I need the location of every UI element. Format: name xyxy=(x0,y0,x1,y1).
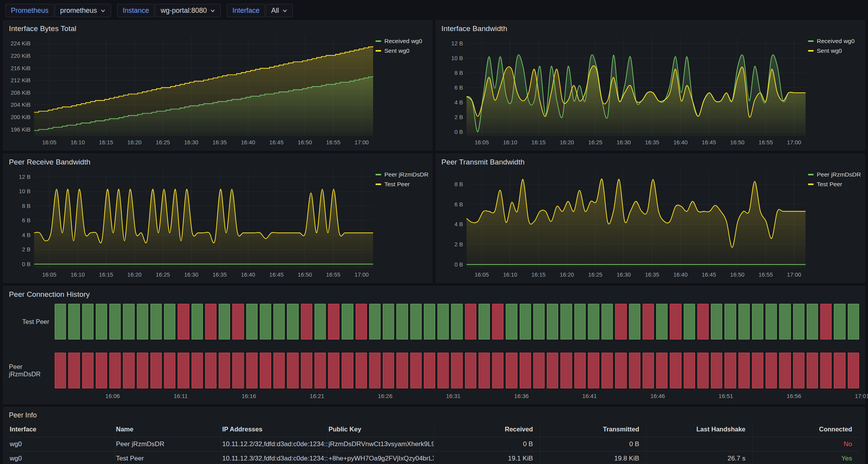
legend-item[interactable]: Received wg0 xyxy=(808,38,859,45)
svg-text:16:35: 16:35 xyxy=(645,139,659,145)
state-bar-connected xyxy=(506,304,517,339)
svg-text:2 B: 2 B xyxy=(455,241,463,248)
svg-text:16:30: 16:30 xyxy=(617,139,631,145)
panel-title[interactable]: Interface Bandwidth xyxy=(441,24,859,33)
variable-interface: Interface All xyxy=(227,4,293,17)
state-bar-connected xyxy=(752,304,763,339)
svg-text:16:45: 16:45 xyxy=(269,272,284,278)
panel-peer-info: Peer Info InterfaceNameIP AddressesPubli… xyxy=(3,407,865,464)
state-bar-connected xyxy=(738,304,750,339)
panel-title[interactable]: Peer Receive Bandwidth xyxy=(9,158,427,166)
column-header-transmitted[interactable]: Transmitted xyxy=(540,422,647,437)
state-bar-disconnected xyxy=(602,353,613,388)
state-bar-connected xyxy=(656,304,667,339)
table-cell: 19.1 KiB xyxy=(434,451,540,464)
svg-text:17:00: 17:00 xyxy=(354,139,369,145)
state-bar-disconnected xyxy=(574,353,586,388)
svg-text:8 B: 8 B xyxy=(455,181,463,187)
state-bar-connected xyxy=(451,304,462,339)
legend-item[interactable]: Peer jRzmDsDR xyxy=(375,171,427,178)
state-bar-connected xyxy=(287,304,298,339)
timeline-x-tick: 16:41 xyxy=(582,393,597,399)
svg-text:220 KiB: 220 KiB xyxy=(10,53,30,59)
svg-text:204 KiB: 204 KiB xyxy=(10,102,30,108)
legend-item[interactable]: Sent wg0 xyxy=(808,47,859,54)
state-bar-disconnected xyxy=(301,304,312,339)
svg-text:16:35: 16:35 xyxy=(213,139,227,145)
state-bar-disconnected xyxy=(848,353,859,388)
panel-title[interactable]: Interface Bytes Total xyxy=(9,24,427,33)
column-header-connected[interactable]: Connected xyxy=(753,422,859,437)
state-bar-disconnected xyxy=(396,353,408,388)
column-header-interface[interactable]: Interface xyxy=(9,422,115,437)
state-bar-disconnected xyxy=(643,353,654,388)
state-bar-disconnected xyxy=(834,353,845,388)
svg-text:16:25: 16:25 xyxy=(588,272,603,278)
state-bar-connected xyxy=(369,304,380,339)
legend-item[interactable]: Test Peer xyxy=(375,181,427,188)
state-bar-disconnected xyxy=(588,353,599,388)
panel-title[interactable]: Peer Transmit Bandwidth xyxy=(441,158,859,166)
legend-item[interactable]: Sent wg0 xyxy=(375,47,427,54)
column-header-last-handshake[interactable]: Last Handshake xyxy=(647,422,753,437)
state-bar-disconnected xyxy=(424,353,435,388)
state-timeline: Test PeerPeer jRzmDsDR 16:0616:1116:1616… xyxy=(9,302,859,400)
column-header-ip-addresses[interactable]: IP Addresses xyxy=(221,422,328,437)
legend-item[interactable]: Received wg0 xyxy=(375,38,427,45)
timeseries-chart: 0 B2 B4 B6 B8 B16:0516:1016:1516:2016:25… xyxy=(441,167,808,279)
svg-text:16:10: 16:10 xyxy=(503,139,517,145)
svg-text:16:20: 16:20 xyxy=(560,139,574,145)
timeline-x-tick: 16:06 xyxy=(105,393,120,399)
svg-text:216 KiB: 216 KiB xyxy=(10,65,30,71)
state-bar-disconnected xyxy=(656,353,667,388)
state-bar-disconnected xyxy=(752,353,763,388)
timeline-row-label: Test Peer xyxy=(9,304,55,339)
variable-select-interface[interactable]: All xyxy=(266,4,293,17)
state-bar-connected xyxy=(520,304,531,339)
svg-text:16:40: 16:40 xyxy=(673,139,688,145)
legend-item[interactable]: Peer jRzmDsDR xyxy=(808,171,859,178)
series-color-dash xyxy=(375,50,381,52)
column-header-name[interactable]: Name xyxy=(115,422,221,437)
svg-text:16:10: 16:10 xyxy=(71,272,85,278)
svg-text:16:50: 16:50 xyxy=(298,272,312,278)
state-bar-disconnected xyxy=(615,353,626,388)
panel-title[interactable]: Peer Connection History xyxy=(9,290,859,299)
series-color-dash xyxy=(808,40,814,42)
variable-select-instance[interactable]: wg-portal:8080 xyxy=(155,4,221,17)
legend-label: Received wg0 xyxy=(384,38,422,45)
chevron-down-icon xyxy=(210,8,215,13)
chart-legend: Received wg0Sent wg0 xyxy=(808,34,859,147)
state-bar-disconnected xyxy=(820,353,832,388)
state-bar-disconnected xyxy=(520,353,531,388)
state-bar-connected xyxy=(424,304,435,339)
table-cell: 26.7 s xyxy=(647,451,753,464)
state-bar-connected xyxy=(315,304,326,339)
state-bar-disconnected xyxy=(697,353,709,388)
state-bar-disconnected xyxy=(670,304,681,339)
panel-peer-transmit-bandwidth: Peer Transmit Bandwidth 0 B2 B4 B6 B8 B1… xyxy=(436,154,865,283)
column-header-received[interactable]: Received xyxy=(434,422,540,437)
panel-title[interactable]: Peer Info xyxy=(9,411,859,419)
variable-select-prometheus[interactable]: prometheus xyxy=(55,4,111,17)
state-bar-disconnected xyxy=(437,353,449,388)
state-bar-disconnected xyxy=(287,353,298,388)
column-header-public-key[interactable]: Public Key xyxy=(328,422,434,437)
state-bar-disconnected xyxy=(369,353,380,388)
legend-item[interactable]: Test Peer xyxy=(808,181,859,188)
state-bar-disconnected xyxy=(670,353,681,388)
series-color-dash xyxy=(808,50,814,52)
svg-text:0 B: 0 B xyxy=(22,261,31,267)
state-bar-disconnected xyxy=(96,353,107,388)
variable-bar: Prometheus prometheus Instance wg-portal… xyxy=(5,4,865,17)
variable-label-instance: Instance xyxy=(117,4,154,17)
state-bar-disconnected xyxy=(205,304,216,339)
state-bar-disconnected xyxy=(410,353,422,388)
svg-text:12 B: 12 B xyxy=(19,174,31,180)
svg-text:16:55: 16:55 xyxy=(759,139,773,145)
svg-text:0 B: 0 B xyxy=(455,128,463,135)
state-bar-connected xyxy=(574,304,586,339)
variable-value: prometheus xyxy=(60,7,97,15)
state-bar-disconnected xyxy=(232,353,244,388)
state-bar-disconnected xyxy=(123,353,134,388)
